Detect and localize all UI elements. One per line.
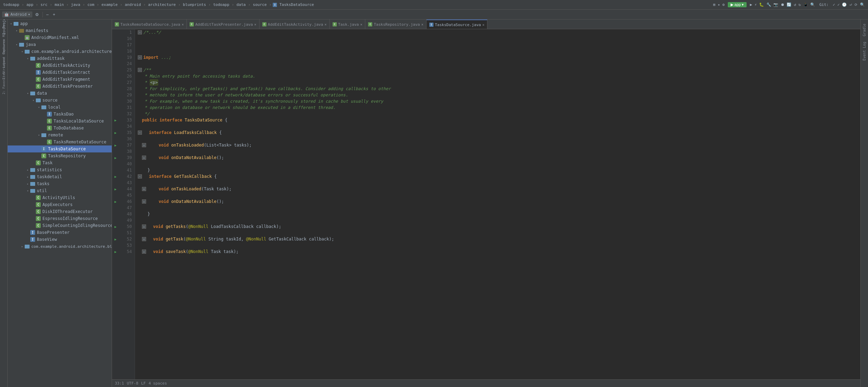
fold-46[interactable]: ↓ [142,199,146,204]
right-tab-eventlog[interactable]: Event Log [862,39,867,63]
tab-tasksremote-close[interactable]: × [182,23,184,26]
fold-54[interactable]: ↓ [142,250,146,254]
breadcrumb-project[interactable]: todoapp [2,2,20,7]
run-arrow-46[interactable]: ▶ [114,200,117,204]
breadcrumb-todoapp[interactable]: todoapp [212,2,230,7]
breadcrumb-com[interactable]: com [86,2,95,7]
tree-item-local[interactable]: ▾ local [8,104,112,111]
tree-item-appexecutors[interactable]: ▸ C AppExecutors [8,201,112,208]
tab-addeditactivity[interactable]: C AddEditTaskActivity.java × [260,19,330,29]
manifests-folder-icon [19,28,24,33]
tree-item-baseview[interactable]: ▸ I BaseView [8,236,112,243]
tree-item-androidtest[interactable]: ▸ com.example.android.architecture.bluep… [8,243,112,250]
tree-item-java[interactable]: ▾ java [8,41,112,48]
tree-item-espresso[interactable]: ▸ C EspressoIdlingResource [8,215,112,222]
tree-item-manifests[interactable]: ▾ manifests [8,27,112,34]
run-arrow-33[interactable]: ▶ [114,118,117,122]
collapse-btn[interactable]: – [45,11,50,18]
tree-item-tasksremote[interactable]: ▸ C TasksRemoteDataSource [8,139,112,145]
tree-item-addeditcontract[interactable]: ▸ I AddEditTaskContract [8,69,112,76]
breadcrumb-data[interactable]: data [236,2,247,7]
tree-item-tasksrepo[interactable]: ▸ C TasksRepository [8,152,112,159]
run-arrow-54[interactable]: ▶ [114,250,117,254]
tab-tasksdatasource[interactable]: I TasksDataSource.java × [427,19,487,29]
tree-item-addeditfragment[interactable]: ▸ C AddEditTaskFragment [8,76,112,83]
fold-50[interactable]: ↓ [142,224,146,229]
expand-btn[interactable]: + [51,11,57,18]
code-void-46: void [159,198,171,205]
tree-item-activityutils[interactable]: ▸ C ActivityUtils [8,194,112,201]
tree-item-taskslocal[interactable]: ▸ C TasksLocalDataSource [8,118,112,125]
tree-item-app[interactable]: ▾ app [8,20,112,27]
run-arrow-44[interactable]: ▶ [114,187,117,191]
fold-42[interactable]: - [138,174,142,179]
gutter-41 [112,167,119,173]
code-content[interactable]: - /*...*/ - import ...; - [135,29,860,379]
tab-addeditpresenter[interactable]: C AddEditTaskPresenter.java × [187,19,260,29]
tree-item-addeditactivity[interactable]: ▸ C AddEditTaskActivity [8,62,112,69]
breadcrumb-source[interactable]: source [252,2,268,7]
code-comment-31: * operation on database or network shoul… [142,104,335,111]
run-arrow-39[interactable]: ▶ [114,156,117,160]
fold-25[interactable]: - [138,68,142,72]
android-selector[interactable]: 🤖 Android ▾ [2,11,32,17]
run-arrow-35[interactable]: ▶ [114,131,117,135]
breadcrumb-example[interactable]: example [101,2,119,7]
fold-1[interactable]: - [138,30,142,34]
tab-addeditactivity-close[interactable]: × [325,23,327,26]
tree-item-simplecounting[interactable]: ▸ C SimpleCountingIdlingResource [8,222,112,229]
tree-item-task[interactable]: ▸ C Task [8,159,112,166]
breadcrumb-app[interactable]: app [25,2,34,7]
fold-39[interactable]: ↓ [142,156,146,160]
structure-tab[interactable]: Z: Structure [0,65,7,72]
breadcrumb-android[interactable]: android [124,2,142,7]
tree-label-espresso: EspressoIdlingResource [42,216,98,221]
tree-item-util[interactable]: ▾ util [8,187,112,194]
settings-btn[interactable]: ⚙ [34,11,40,18]
tab-addeditpresenter-close[interactable]: × [254,23,256,26]
tab-tasksdatasource-close[interactable]: × [482,23,484,27]
breadcrumb-architecture[interactable]: architecture [147,2,177,7]
fold-52[interactable]: ↓ [142,237,146,241]
breadcrumb-main[interactable]: main [54,2,65,7]
tree-item-diskio[interactable]: ▸ C DiskIOThreadExecutor [8,208,112,215]
captures-tab[interactable]: Layout Captures [0,50,7,57]
tab-tasksremote[interactable]: C TasksRemoteDataSource.java × [112,19,187,29]
breadcrumb-java[interactable]: java [70,2,81,7]
run-arrow-50[interactable]: ▶ [114,225,117,229]
tree-item-tasksdatasource[interactable]: ▸ I TasksDataSource [8,145,112,152]
tree-item-manifest[interactable]: ▸ 🤖 AndroidManifest.xml [8,34,112,41]
run-button[interactable]: ▶ app ▾ [728,2,747,7]
run-arrow-42[interactable]: ▶ [114,175,117,179]
tree-item-addeditpresenter[interactable]: ▸ C AddEditTaskPresenter [8,83,112,90]
fold-37[interactable]: ↓ [142,143,146,147]
tree-item-tododb[interactable]: ▸ C ToDoDatabase [8,125,112,132]
favorites-tab[interactable]: 2: Favorites [0,79,7,86]
fold-35[interactable]: - [138,131,142,135]
tree-label-manifests: manifests [26,28,48,33]
tree-item-pkg[interactable]: ▾ com.example.android.architecture.bluep… [8,48,112,55]
right-tab-gradle[interactable]: Gradle [862,21,867,39]
breadcrumb-file[interactable]: TasksDataSource [278,2,315,7]
fold-19[interactable]: - [138,55,142,60]
tree-item-tasks[interactable]: ▸ tasks [8,180,112,187]
run-arrow-37[interactable]: ▶ [114,143,117,147]
tab-tasksrepo[interactable]: C TasksRepository.java × [365,19,426,29]
tab-tasksrepo-close[interactable]: × [421,23,423,26]
fold-44[interactable]: ↓ [142,187,146,191]
tree-item-tasksdao[interactable]: ▸ I TasksDao [8,111,112,118]
tree-arrow-util: ▾ [26,187,30,194]
tree-item-taskdetail[interactable]: ▸ taskdetail [8,173,112,180]
breadcrumb-blueprints[interactable]: blueprints [182,2,207,7]
run-arrow-52[interactable]: ▶ [114,237,117,241]
tree-item-statistics[interactable]: ▸ statistics [8,166,112,173]
tab-task-close[interactable]: × [360,23,362,26]
tree-item-remote[interactable]: ▾ remote [8,132,112,139]
tree-item-addedittask[interactable]: ▾ addedittask [8,55,112,62]
tree-item-source[interactable]: ▾ source [8,97,112,104]
breadcrumb-sep-6: › [97,2,99,7]
tab-task[interactable]: C Task.java × [330,19,366,29]
breadcrumb-src[interactable]: src [39,2,48,7]
tree-item-data[interactable]: ▾ data [8,90,112,97]
tree-item-basepresenter[interactable]: ▸ I BasePresenter [8,229,112,236]
